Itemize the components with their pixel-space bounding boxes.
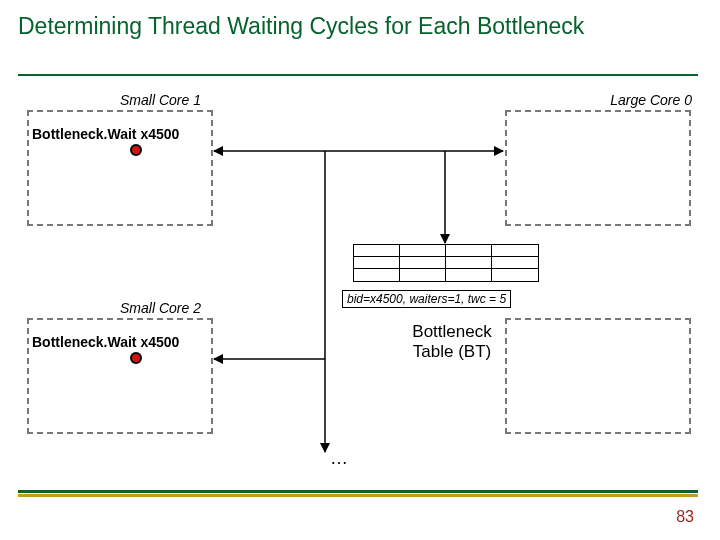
wait-marker-dot-2 bbox=[130, 352, 142, 364]
wait-marker-dot-1 bbox=[130, 144, 142, 156]
bottleneck-wait-label-1: Bottleneck.Wait x4500 bbox=[32, 126, 179, 142]
small-core-1-label: Small Core 1 bbox=[120, 92, 201, 108]
bottleneck-wait-label-2: Bottleneck.Wait x4500 bbox=[32, 334, 179, 350]
bt-caption-line1: Bottleneck bbox=[412, 322, 491, 341]
large-core-0-label: Large Core 0 bbox=[610, 92, 692, 108]
large-core-0-box-top bbox=[505, 110, 691, 226]
small-core-2-label: Small Core 2 bbox=[120, 300, 201, 316]
bottleneck-table-entry: bid=x4500, waiters=1, twc = 5 bbox=[342, 290, 511, 308]
page-title: Determining Thread Waiting Cycles for Ea… bbox=[18, 12, 658, 41]
footer-rule-gold bbox=[18, 494, 698, 497]
title-underline bbox=[18, 74, 698, 76]
large-core-0-box-bottom bbox=[505, 318, 691, 434]
page-number: 83 bbox=[676, 508, 694, 526]
bottleneck-table-caption: Bottleneck Table (BT) bbox=[402, 322, 502, 361]
bt-caption-line2: Table (BT) bbox=[413, 342, 491, 361]
footer-rule-green bbox=[18, 490, 698, 493]
ellipsis: … bbox=[330, 448, 348, 469]
bottleneck-table bbox=[353, 244, 539, 282]
